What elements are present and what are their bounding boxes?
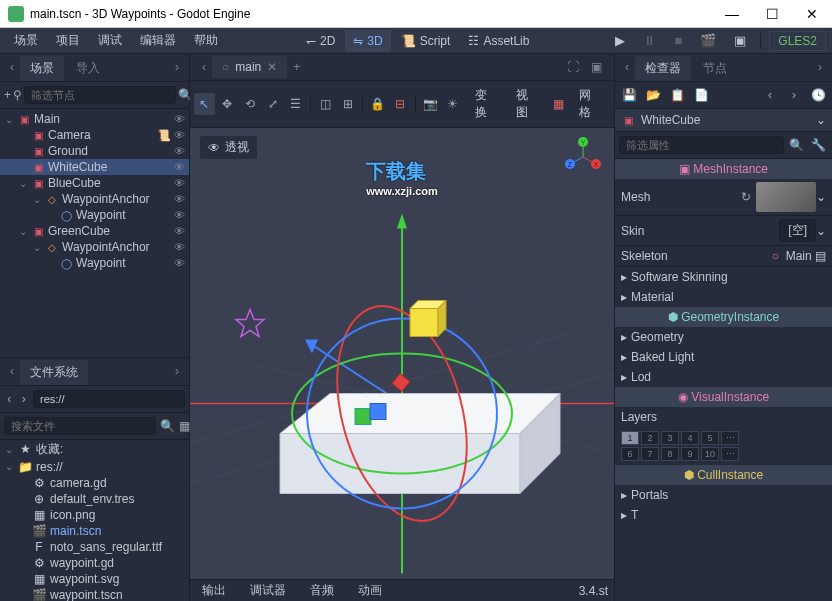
link-node-button[interactable]: ⚲ — [13, 85, 22, 105]
layer-cell[interactable]: 3 — [661, 431, 679, 445]
viewport-3d[interactable]: 👁 透视 Y Z X 下载集 www.xzji.com — [190, 128, 614, 579]
prop-t[interactable]: ▸T — [615, 505, 832, 525]
section-cullinstance[interactable]: ⬢ CullInstance — [615, 465, 832, 485]
layer-cell[interactable]: 6 — [621, 447, 639, 461]
fs-fwd-button[interactable]: › — [19, 389, 30, 409]
menu-help[interactable]: 帮助 — [186, 28, 226, 53]
list-tool-icon[interactable]: ☰ — [285, 93, 306, 115]
lock-icon[interactable]: 🔒 — [367, 93, 388, 115]
sun-icon[interactable]: ☀ — [442, 93, 463, 115]
inspector-filter-input[interactable] — [619, 136, 784, 154]
section-geometryinstance[interactable]: ⬢ GeometryInstance — [615, 307, 832, 327]
snap-icon[interactable]: ⊞ — [338, 93, 359, 115]
layer-cell[interactable]: 8 — [661, 447, 679, 461]
prop-portals[interactable]: ▸Portals — [615, 485, 832, 505]
layer-cell[interactable]: 9 — [681, 447, 699, 461]
fs-item[interactable]: ▦waypoint.svg — [0, 571, 189, 587]
insp-history-fwd[interactable]: › — [784, 85, 804, 105]
play-scene-button[interactable]: 🎬 — [694, 29, 722, 52]
group-icon[interactable]: ⊟ — [390, 93, 411, 115]
scene-tab-main[interactable]: ○ main ✕ — [212, 56, 287, 78]
insp-open-icon[interactable]: 📂 — [643, 85, 663, 105]
camera-icon[interactable]: 📷 — [420, 93, 441, 115]
revert-icon[interactable]: ↻ — [736, 187, 756, 207]
tree-node-bluecube[interactable]: ⌄▣BlueCube👁 — [0, 175, 189, 191]
play-button[interactable]: ▶ — [609, 29, 631, 52]
tab-animation[interactable]: 动画 — [352, 580, 388, 601]
tree-node-waypointanchor[interactable]: ⌄◇WaypointAnchor👁 — [0, 191, 189, 207]
section-meshinstance[interactable]: ▣ MeshInstance — [615, 159, 832, 179]
tree-node-waypointanchor[interactable]: ⌄◇WaypointAnchor👁 — [0, 239, 189, 255]
grid-toggle-icon[interactable]: ▦ — [549, 93, 570, 115]
fs-item[interactable]: ⌄★收藏: — [0, 440, 189, 459]
skeleton-picker-icon[interactable]: ▤ — [815, 249, 826, 263]
mode-assetlib[interactable]: ☷ AssetLib — [460, 30, 537, 52]
stop-button[interactable]: ■ — [668, 29, 688, 52]
fs-item[interactable]: ⊕default_env.tres — [0, 491, 189, 507]
expand-viewport-icon[interactable]: ⛶ — [561, 56, 585, 78]
tree-node-ground[interactable]: ▣Ground👁 — [0, 143, 189, 159]
menu-project[interactable]: 项目 — [48, 28, 88, 53]
tab-import[interactable]: 导入 — [66, 56, 110, 81]
layer-cell[interactable]: 5 — [701, 431, 719, 445]
fs-item[interactable]: 🎬main.tscn — [0, 523, 189, 539]
fs-item[interactable]: 🎬waypoint.tscn — [0, 587, 189, 602]
scene-tab-prev[interactable]: ‹ — [196, 56, 212, 78]
prop-software-skinning[interactable]: ▸Software Skinning — [615, 267, 832, 287]
local-space-icon[interactable]: ◫ — [315, 93, 336, 115]
menu-editor[interactable]: 编辑器 — [132, 28, 184, 53]
fs-grid-icon[interactable]: ▦ — [179, 416, 190, 436]
tree-node-main[interactable]: ⌄▣Main👁 — [0, 111, 189, 127]
tab-inspector[interactable]: 检查器 — [635, 56, 691, 81]
chevron-down-icon[interactable]: ⌄ — [816, 190, 826, 204]
fs-item[interactable]: Fnoto_sans_regular.ttf — [0, 539, 189, 555]
move-tool-icon[interactable]: ✥ — [217, 93, 238, 115]
view-menu[interactable]: 视图 — [508, 84, 547, 124]
grid-label[interactable]: 网格 — [571, 84, 610, 124]
layer-cell[interactable]: 4 — [681, 431, 699, 445]
prop-skeleton-value[interactable]: Main — [786, 249, 812, 263]
fs-item[interactable]: ⌄📁res:// — [0, 459, 189, 475]
scene-tab-add[interactable]: + — [287, 56, 306, 78]
chevron-down-icon[interactable]: ⌄ — [816, 224, 826, 238]
distraction-free-icon[interactable]: ▣ — [585, 56, 608, 78]
dock-right-prev[interactable]: ‹ — [619, 56, 635, 81]
chevron-down-icon[interactable]: ⌄ — [816, 113, 826, 127]
fs-back-button[interactable]: ‹ — [4, 389, 15, 409]
window-close-button[interactable] — [792, 0, 832, 28]
mode-2d[interactable]: ↽ 2D — [298, 30, 343, 52]
insp-paste-icon[interactable]: 📄 — [691, 85, 711, 105]
insp-tools-icon[interactable]: 🔧 — [808, 135, 828, 155]
mode-script[interactable]: 📜 Script — [393, 30, 459, 52]
tab-output[interactable]: 输出 — [196, 580, 232, 601]
tree-node-whitecube[interactable]: ▣WhiteCube👁 — [0, 159, 189, 175]
tree-node-camera[interactable]: ▣Camera📜👁 — [0, 127, 189, 143]
fs-path-input[interactable] — [33, 390, 185, 408]
add-node-button[interactable]: + — [4, 85, 11, 105]
renderer-selector[interactable]: GLES2 — [769, 31, 826, 51]
window-minimize-button[interactable] — [712, 0, 752, 28]
scene-tree[interactable]: ⌄▣Main👁 ▣Camera📜👁 ▣Ground👁 ▣WhiteCube👁⌄▣… — [0, 109, 189, 357]
insp-copy-icon[interactable]: 📋 — [667, 85, 687, 105]
dock-right-next[interactable]: › — [812, 56, 828, 81]
select-tool-icon[interactable]: ↖ — [194, 93, 215, 115]
layers-grid[interactable]: 12345⋯678910⋯ — [615, 427, 832, 465]
axis-gizmo[interactable]: Y Z X — [562, 136, 604, 178]
insp-history-icon[interactable]: 🕓 — [808, 85, 828, 105]
tab-audio[interactable]: 音频 — [304, 580, 340, 601]
layer-cell[interactable]: 1 — [621, 431, 639, 445]
mesh-preview[interactable] — [756, 182, 816, 212]
prop-baked-light[interactable]: ▸Baked Light — [615, 347, 832, 367]
dock-left-prev[interactable]: ‹ — [4, 56, 20, 81]
prop-skin-value[interactable]: [空] — [779, 219, 816, 242]
layer-cell[interactable]: 7 — [641, 447, 659, 461]
fs-search-input[interactable] — [4, 417, 156, 435]
menu-scene[interactable]: 场景 — [6, 28, 46, 53]
perspective-label[interactable]: 👁 透视 — [200, 136, 257, 159]
tab-scene[interactable]: 场景 — [20, 56, 64, 81]
prop-lod[interactable]: ▸Lod — [615, 367, 832, 387]
layer-cell[interactable]: 10 — [701, 447, 719, 461]
tab-debugger[interactable]: 调试器 — [244, 580, 292, 601]
rotate-tool-icon[interactable]: ⟲ — [240, 93, 261, 115]
filesystem-tree[interactable]: ⌄★收藏:⌄📁res:// ⚙camera.gd ⊕default_env.tr… — [0, 440, 189, 602]
